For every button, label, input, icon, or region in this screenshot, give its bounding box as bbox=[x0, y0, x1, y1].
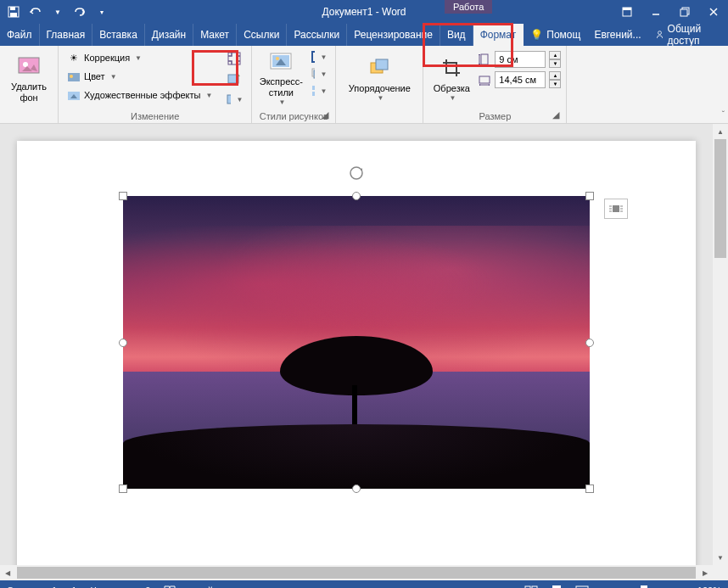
qat-customize[interactable]: ▾ bbox=[92, 2, 112, 22]
svg-rect-34 bbox=[613, 205, 619, 212]
height-icon bbox=[478, 53, 491, 66]
reset-picture-icon bbox=[226, 92, 231, 107]
tab-mailings[interactable]: Рассылки bbox=[287, 24, 347, 46]
effects-icon bbox=[311, 68, 315, 80]
tab-home[interactable]: Главная bbox=[40, 24, 93, 46]
ribbon: Удалить фон ☀Коррекция▼ Цвет▼ Художестве… bbox=[0, 46, 728, 124]
express-styles-button[interactable]: Экспресс- стили▼ bbox=[257, 49, 305, 107]
titlebar: ▼ ▾ Документ1 - Word Работа bbox=[0, 0, 728, 24]
horizontal-scrollbar[interactable]: ◀ ▶ bbox=[0, 565, 713, 580]
width-up[interactable]: ▲ bbox=[549, 71, 561, 80]
tab-references[interactable]: Ссылки bbox=[237, 24, 287, 46]
tab-file[interactable]: Файл bbox=[0, 24, 40, 46]
tell-me[interactable]: 💡Помощ bbox=[524, 29, 587, 41]
window-controls bbox=[613, 0, 728, 24]
arrange-button[interactable]: Упорядочение▼ bbox=[341, 49, 417, 107]
hscroll-thumb[interactable] bbox=[17, 567, 696, 579]
reset-picture-button[interactable]: ▼ bbox=[222, 90, 246, 109]
width-down[interactable]: ▼ bbox=[549, 80, 561, 88]
styles-dialog-launcher[interactable]: ◢ bbox=[320, 109, 330, 120]
height-row: ▲▼ bbox=[478, 51, 561, 68]
ribbon-display-options[interactable] bbox=[613, 0, 641, 24]
quick-access-toolbar: ▼ ▾ bbox=[0, 2, 112, 22]
svg-point-10 bbox=[658, 31, 661, 35]
selected-image[interactable] bbox=[123, 196, 590, 489]
rotation-handle[interactable] bbox=[349, 165, 364, 184]
window-title: Документ1 - Word bbox=[322, 6, 406, 18]
handle-tl[interactable] bbox=[119, 192, 127, 200]
svg-rect-18 bbox=[227, 95, 231, 104]
read-mode-button[interactable] bbox=[522, 581, 540, 588]
svg-rect-1 bbox=[10, 7, 15, 10]
layout-icon bbox=[311, 85, 315, 97]
handle-tm[interactable] bbox=[352, 192, 361, 200]
change-picture-icon bbox=[227, 71, 242, 87]
tab-review[interactable]: Рецензирование bbox=[347, 24, 440, 46]
width-row: ▲▼ bbox=[478, 71, 561, 88]
vertical-scrollbar[interactable]: ▲ ▼ bbox=[713, 124, 728, 580]
vscroll-thumb[interactable] bbox=[714, 139, 726, 258]
close-button[interactable] bbox=[699, 0, 728, 24]
tab-view[interactable]: Вид bbox=[440, 24, 473, 46]
height-down[interactable]: ▼ bbox=[549, 59, 561, 68]
remove-background-button[interactable]: Удалить фон bbox=[5, 49, 53, 107]
svg-point-14 bbox=[70, 75, 73, 78]
crop-button[interactable]: Обрезка▼ bbox=[428, 49, 474, 107]
handle-br[interactable] bbox=[585, 484, 594, 493]
svg-rect-27 bbox=[312, 92, 315, 96]
picture-border-button[interactable]: ▼ bbox=[308, 49, 330, 64]
handle-bl[interactable] bbox=[119, 484, 127, 493]
picture-layout-button[interactable]: ▼ bbox=[308, 83, 330, 98]
artistic-effects-button[interactable]: Художественные эффекты▼ bbox=[64, 87, 216, 104]
height-input[interactable] bbox=[495, 51, 546, 68]
layout-options-button[interactable] bbox=[604, 199, 628, 219]
remove-bg-icon bbox=[15, 53, 42, 80]
width-input[interactable] bbox=[495, 71, 546, 88]
svg-point-33 bbox=[350, 167, 362, 179]
scroll-down[interactable]: ▼ bbox=[713, 550, 728, 565]
tab-design[interactable]: Дизайн bbox=[145, 24, 193, 46]
arrange-icon bbox=[366, 54, 393, 81]
save-button[interactable] bbox=[3, 2, 24, 22]
collapse-ribbon-button[interactable]: ˇ bbox=[722, 110, 725, 120]
handle-mr[interactable] bbox=[585, 339, 594, 347]
height-up[interactable]: ▲ bbox=[549, 51, 561, 59]
ribbon-tabs: Файл Главная Вставка Дизайн Макет Ссылки… bbox=[0, 24, 728, 46]
border-icon bbox=[311, 51, 315, 63]
undo-button[interactable] bbox=[25, 2, 46, 22]
change-picture-button[interactable] bbox=[222, 70, 246, 88]
redo-button[interactable] bbox=[70, 2, 90, 22]
print-layout-button[interactable] bbox=[547, 581, 566, 588]
user-account[interactable]: Евгений... bbox=[587, 29, 647, 41]
picture-effects-button[interactable]: ▼ bbox=[308, 66, 330, 81]
share-button[interactable]: Общий доступ bbox=[648, 23, 728, 47]
tab-layout[interactable]: Макет bbox=[193, 24, 237, 46]
size-dialog-launcher[interactable]: ◢ bbox=[551, 109, 561, 120]
compress-pictures-button[interactable] bbox=[222, 49, 246, 68]
group-label-styles: Стили рисунков◢ bbox=[257, 109, 330, 121]
statusbar: Страница 1 из 1 Число слов: 0 русский − … bbox=[0, 580, 728, 588]
sunset-image-content bbox=[123, 196, 590, 489]
color-icon bbox=[67, 70, 81, 83]
corrections-button[interactable]: ☀Коррекция▼ bbox=[64, 49, 216, 66]
scroll-left[interactable]: ◀ bbox=[0, 565, 15, 580]
svg-rect-25 bbox=[312, 86, 315, 90]
scroll-right[interactable]: ▶ bbox=[697, 565, 713, 580]
width-icon bbox=[478, 73, 491, 87]
handle-ml[interactable] bbox=[119, 339, 127, 347]
tab-insert[interactable]: Вставка bbox=[92, 24, 145, 46]
svg-rect-23 bbox=[314, 70, 315, 78]
handle-bm[interactable] bbox=[352, 484, 361, 493]
restore-button[interactable] bbox=[670, 0, 699, 24]
web-layout-button[interactable] bbox=[573, 581, 591, 588]
scroll-up[interactable]: ▲ bbox=[713, 124, 728, 139]
handle-tr[interactable] bbox=[585, 192, 594, 200]
svg-rect-2 bbox=[10, 13, 17, 17]
color-button[interactable]: Цвет▼ bbox=[64, 68, 216, 85]
context-tab-label: Работа bbox=[445, 0, 492, 14]
tab-format[interactable]: Формат bbox=[473, 24, 524, 46]
minimize-button[interactable] bbox=[641, 0, 670, 24]
document-area: ▲ ▼ ◀ ▶ bbox=[0, 124, 728, 580]
undo-dropdown[interactable]: ▼ bbox=[48, 2, 68, 22]
page[interactable] bbox=[17, 141, 696, 580]
